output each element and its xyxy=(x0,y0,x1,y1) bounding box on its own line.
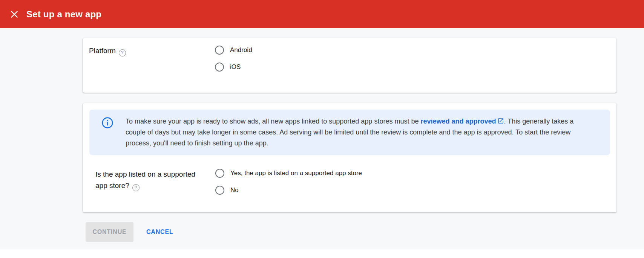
reviewed-approved-link[interactable]: reviewed and approved xyxy=(420,118,496,125)
notice-icon-col xyxy=(89,116,126,149)
store-question-label: Is the app listed on a supported app sto… xyxy=(95,170,195,189)
radio-button-icon[interactable] xyxy=(215,63,224,72)
info-icon xyxy=(101,117,113,129)
store-question-help-icon[interactable]: ? xyxy=(132,184,140,191)
store-question-label-col: Is the app listed on a supported app sto… xyxy=(95,169,215,203)
page-title: Set up a new app xyxy=(26,9,101,20)
radio-button-icon[interactable] xyxy=(215,169,224,178)
radio-option-no[interactable]: No xyxy=(215,186,610,195)
dialog-header: Set up a new app xyxy=(0,0,644,28)
main-content: Platform? Android iOS To ma xyxy=(83,38,616,212)
store-question-row: Is the app listed on a supported app sto… xyxy=(89,169,610,203)
platform-options: Android iOS xyxy=(215,46,610,85)
close-x-glyph xyxy=(9,9,19,19)
external-link-icon xyxy=(497,118,504,124)
platform-label-col: Platform? xyxy=(89,46,215,85)
app-store-card: To make sure your app is ready to show a… xyxy=(83,103,616,212)
platform-label: Platform xyxy=(89,47,116,55)
radio-label: No xyxy=(230,186,239,194)
continue-button[interactable]: CONTINUE xyxy=(86,222,133,242)
actions-row: CONTINUE CANCEL xyxy=(86,222,644,242)
bottom-strip xyxy=(0,249,644,258)
review-notice-banner: To make sure your app is ready to show a… xyxy=(89,110,610,155)
platform-card: Platform? Android iOS xyxy=(83,38,616,93)
close-icon[interactable] xyxy=(5,5,23,23)
radio-label: Android xyxy=(230,46,252,54)
radio-button-icon[interactable] xyxy=(215,186,224,195)
store-question-options: Yes, the app is listed on a supported ap… xyxy=(215,169,610,203)
platform-help-icon[interactable]: ? xyxy=(119,49,126,56)
cancel-button[interactable]: CANCEL xyxy=(143,225,176,239)
radio-label: Yes, the app is listed on a supported ap… xyxy=(230,169,362,177)
radio-option-yes-listed[interactable]: Yes, the app is listed on a supported ap… xyxy=(215,169,610,178)
radio-option-ios[interactable]: iOS xyxy=(215,63,610,72)
radio-button-icon[interactable] xyxy=(215,46,224,55)
notice-text-before-link: To make sure your app is ready to show a… xyxy=(126,118,420,125)
notice-text: To make sure your app is ready to show a… xyxy=(126,116,610,149)
radio-option-android[interactable]: Android xyxy=(215,46,610,55)
radio-label: iOS xyxy=(230,63,241,71)
